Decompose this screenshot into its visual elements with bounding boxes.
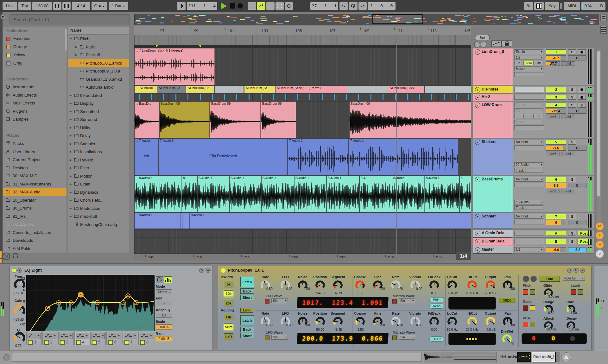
clip[interactable]: 7-Audio 1Clip Deactivated	[159, 139, 288, 175]
collapsed-arrow-icon[interactable]: ▶	[70, 132, 72, 140]
write-button[interactable]: Write	[429, 297, 444, 302]
collapsed-arrow-icon[interactable]: ▶	[75, 51, 77, 59]
tree-item-display[interactable]: ▶Display	[68, 99, 129, 107]
clip[interactable]: 8-Au	[360, 176, 392, 212]
clip[interactable]	[181, 213, 190, 229]
tree-item-motion[interactable]: ▶Motion	[68, 172, 129, 180]
device-on-led[interactable]	[12, 268, 16, 273]
clip[interactable]: ... 9-Audio 1	[135, 213, 181, 229]
pl-lfo-ch2-value[interactable]: 0.00	[286, 323, 292, 327]
latch-button-ch1[interactable]: Latch	[240, 277, 254, 287]
unfold-track-icon[interactable]: ▶	[475, 239, 480, 244]
pl-lfo-ch1-value[interactable]: 0.00	[286, 287, 292, 291]
tree-item-utility[interactable]: ▶Utility	[68, 124, 129, 132]
io-slot[interactable]	[514, 72, 544, 77]
track-header-hh-noise[interactable]: ▶HH-noise	[473, 86, 512, 93]
scale-value[interactable]: 100 %	[156, 324, 172, 329]
clip[interactable]: 7-LinnDrum_St	[244, 86, 275, 93]
input-select[interactable]: No Input▼	[514, 140, 543, 144]
arm-button[interactable]	[578, 95, 586, 100]
time-signature-field[interactable]: 4 / 4	[72, 2, 90, 10]
pl-hicut-ch1-knob[interactable]	[467, 280, 477, 290]
filter-type-select[interactable]: ▼	[44, 333, 57, 339]
clip[interactable]: 8-Audio 1	[198, 176, 229, 212]
gain-value[interactable]: 4.59 dB	[10, 318, 27, 321]
tree-item-dynamics[interactable]: ▶Dynamics	[68, 188, 129, 196]
range-value[interactable]: 0.30	[548, 311, 554, 315]
send-chip[interactable]: -inf	[561, 61, 575, 66]
clip[interactable]: 7-LinnDrum_St	[186, 86, 214, 93]
metronome-nudge-up-icon[interactable]	[62, 2, 71, 10]
output-gain-value[interactable]: 0.00 dB	[156, 336, 172, 341]
routing-sum[interactable]: Sum	[224, 323, 233, 330]
glide-value[interactable]: 3.00 ms	[548, 295, 560, 298]
track-header-a-grain-dela[interactable]: ▶A Grain Dela	[473, 230, 512, 238]
pan-chip[interactable]: C	[568, 55, 586, 60]
track-number-chip[interactable]: 1	[546, 49, 566, 54]
place-item-folder01[interactable]: FOLDER01	[3, 220, 66, 228]
vibrato-wave-select-ch1[interactable]: Sin▼	[399, 298, 415, 303]
track-lane-hh-noise[interactable]: ... 7-LinnDru7-LinnDrum_St7-LinnDrum_St7…	[134, 86, 471, 93]
device-chain-tab[interactable]: PitchLoop89_1.0.	[532, 352, 556, 362]
pl-output-ch1-value[interactable]: -0.0 dB	[481, 292, 500, 295]
clip[interactable]: 9-Audio 1	[190, 213, 471, 229]
lfo-wave-select-ch2[interactable]: Sin▼	[271, 335, 288, 340]
pl-locut-ch1-knob[interactable]	[447, 280, 457, 290]
unfold-icon[interactable]: ⊡	[567, 268, 572, 273]
send-chip[interactable]: -inf	[561, 189, 575, 193]
pl-noise-ch1-value[interactable]: 0.00	[304, 287, 310, 291]
collection-item-orange[interactable]: Orange	[3, 43, 66, 51]
io-slot[interactable]	[514, 87, 544, 92]
monitor-auto[interactable]: Auto	[524, 114, 534, 118]
latch-switch-b[interactable]	[578, 289, 583, 295]
tree-item-99-outdated[interactable]: ▶99 outdated	[68, 91, 129, 99]
eq-band-cell-8[interactable]: ▼8	[138, 332, 154, 345]
tree-item-pitchloop89-1-0-a[interactable]: PitchLoop89_1.0.a	[68, 67, 129, 75]
collapsed-arrow-icon[interactable]: ▶	[70, 180, 72, 188]
place-item-02-max-audio[interactable]: 02_MAX-Audio	[3, 188, 66, 196]
decay-value[interactable]: 100 ms	[569, 328, 580, 331]
collapsed-arrow-icon[interactable]: ▶	[70, 164, 72, 172]
clip[interactable]: ... 7-LinnDru	[135, 86, 157, 93]
unfold-track-icon[interactable]: ▶	[475, 231, 480, 236]
band-enable-checkbox[interactable]	[28, 340, 33, 345]
ramp-switch-b[interactable]	[530, 305, 535, 311]
tree-item-granular-1-0-amxd[interactable]: Granular...1.0.amxd	[68, 75, 129, 83]
clip[interactable]: 7-Audio 1	[288, 139, 348, 175]
input-select[interactable]: Ext. In▼	[514, 103, 543, 107]
pencil-icon[interactable]: ✎	[524, 2, 533, 10]
metronome-nudge-down-icon[interactable]	[53, 2, 61, 10]
send-chip[interactable]: -inf	[546, 115, 560, 119]
clip[interactable]: ... BassDru	[135, 102, 159, 138]
collapsed-arrow-icon[interactable]: ▶	[70, 148, 72, 156]
arm-button[interactable]	[578, 87, 586, 92]
ramp-switch-a[interactable]	[523, 305, 528, 311]
spectrum-toggle-icon[interactable]	[164, 276, 172, 283]
clip[interactable]	[425, 86, 471, 93]
track-number-chip[interactable]: 6	[546, 177, 566, 182]
tree-item-smoothed[interactable]: ▶Smoothed	[68, 108, 129, 116]
eq-band-point-1[interactable]: 1	[45, 306, 50, 311]
place-item-downloads[interactable]: Downloads	[3, 236, 66, 244]
loop-brace-strip[interactable]	[134, 45, 471, 48]
band-enable-checkbox[interactable]	[108, 340, 113, 345]
clip[interactable]: 8	[460, 176, 471, 212]
clip[interactable]: 8	[182, 176, 197, 212]
tree-item-autotuna-amxd[interactable]: Autotuna.amxd	[68, 83, 129, 91]
clip[interactable]: BassDrum-09	[210, 102, 261, 138]
selection-brackets-icon[interactable]	[276, 2, 284, 10]
place-item-81-irs[interactable]: 81_IRs	[3, 212, 66, 220]
band-enable-checkbox[interactable]	[60, 340, 65, 345]
vibrato-wave-swatch-ch1[interactable]	[392, 299, 397, 304]
hot-swap-icon[interactable]: ↻	[199, 268, 204, 273]
eq-band-cell-5[interactable]: ▼5	[90, 332, 106, 345]
link-button[interactable]: Link	[3, 2, 17, 10]
return-chip[interactable]: B	[546, 239, 566, 244]
clip[interactable]: 7-LinnDrum_Stick_5 1 (Freeze)	[276, 86, 348, 93]
io-slot[interactable]	[514, 183, 544, 187]
monitor-auto[interactable]: Auto	[524, 61, 534, 65]
filter-type-select[interactable]: ▼	[76, 333, 89, 339]
save-preset-icon[interactable]: ■	[580, 268, 585, 273]
pl-rate-ch1-value[interactable]: 0.50	[266, 287, 272, 291]
tree-item-pl89[interactable]: ▶PL89	[68, 43, 129, 51]
